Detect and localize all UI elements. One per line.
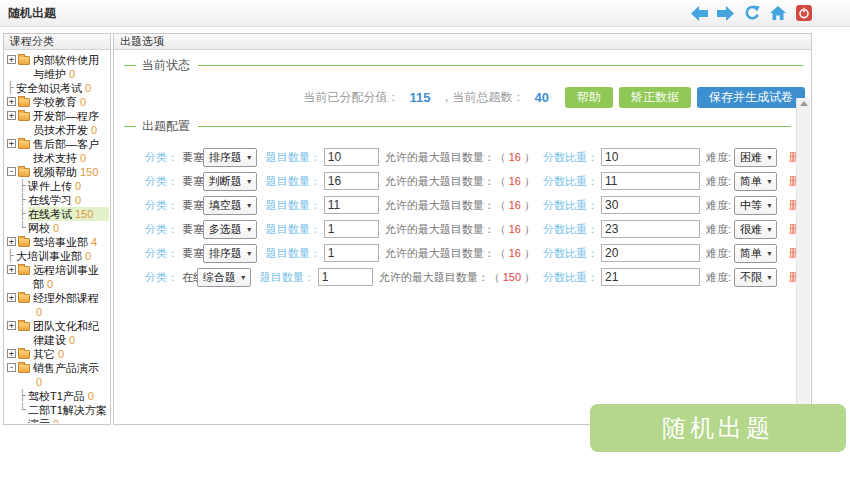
difficulty-label: 难度: xyxy=(706,222,731,237)
expand-icon[interactable]: + xyxy=(7,97,16,106)
expand-icon[interactable]: + xyxy=(7,321,16,330)
difficulty-select[interactable]: 简单▼ xyxy=(734,244,777,263)
save-generate-button[interactable]: 保存并生成试卷 xyxy=(697,87,805,108)
assigned-score-label: 当前已分配分值： xyxy=(304,89,400,106)
legend-dash xyxy=(124,126,136,127)
course-tree: +内部软件使用与维护0├安全知识考试0+学校教育0+开发部—程序员技术开发0+售… xyxy=(4,50,110,423)
home-icon[interactable] xyxy=(769,5,786,21)
question-count-input[interactable] xyxy=(318,268,373,286)
max-count-value: 16 xyxy=(506,223,524,235)
question-type-select[interactable]: 排序题▼ xyxy=(203,244,257,263)
question-type-select[interactable]: 排序题▼ xyxy=(203,148,257,167)
question-type-select[interactable]: 判断题▼ xyxy=(203,172,257,191)
score-ratio-input[interactable] xyxy=(601,244,700,262)
config-rows: 分类：要塞TKS排序题▼题目数量：允许的最大题目数量：（16）分数比重：难度:困… xyxy=(114,145,811,289)
scroll-up-icon[interactable] xyxy=(800,101,808,106)
tree-item[interactable]: +团队文化和纪律建设0 xyxy=(5,319,109,347)
folder-icon xyxy=(18,168,30,177)
chevron-down-icon: ▼ xyxy=(240,274,247,281)
tree-item-label: 驾校T1产品0 xyxy=(28,389,109,403)
difficulty-select[interactable]: 很难▼ xyxy=(734,220,777,239)
max-count-text: 允许的最大题目数量：（16） xyxy=(385,246,535,261)
tree-item-count: 150 xyxy=(80,166,98,178)
expand-icon[interactable]: + xyxy=(7,55,16,64)
tree-item-label: 其它0 xyxy=(33,347,109,361)
tree-item-label: 安全知识考试0 xyxy=(16,81,109,95)
vertical-scrollbar[interactable] xyxy=(796,98,810,423)
question-options-panel: 出题选项 当前状态 当前已分配分值： 115 ，当前总题数： 40 帮助矫正数据… xyxy=(113,33,812,425)
folder-icon xyxy=(18,294,30,303)
back-icon[interactable] xyxy=(691,5,708,21)
folder-icon xyxy=(18,112,30,121)
collapse-icon[interactable]: - xyxy=(7,167,16,176)
expand-icon[interactable]: + xyxy=(7,237,16,246)
folder-icon xyxy=(18,98,30,107)
config-row: 分类：在线考试综合题▼题目数量：允许的最大题目数量：（150）分数比重：难度:不… xyxy=(114,265,811,289)
assigned-score-value: 115 xyxy=(406,90,435,105)
fix-data-button[interactable]: 矫正数据 xyxy=(619,87,691,108)
question-type-select[interactable]: 综合题▼ xyxy=(197,268,251,287)
tree-item-label: 在线考试150 xyxy=(28,207,109,221)
expand-icon[interactable]: + xyxy=(7,265,16,274)
expand-icon[interactable]: + xyxy=(7,111,16,120)
expand-icon[interactable]: + xyxy=(7,139,16,148)
tree-item-count: 0 xyxy=(75,194,81,206)
chevron-down-icon: ▼ xyxy=(766,274,773,281)
forward-icon[interactable] xyxy=(717,5,734,21)
question-count-input[interactable] xyxy=(324,172,379,190)
max-count-text: 允许的最大题目数量：（16） xyxy=(385,198,535,213)
power-icon[interactable] xyxy=(795,5,812,21)
tree-item[interactable]: -销售产品演示0 xyxy=(5,361,109,389)
tree-item[interactable]: └网校0 xyxy=(5,221,109,235)
question-count-input[interactable] xyxy=(324,148,379,166)
question-type-select[interactable]: 填空题▼ xyxy=(203,196,257,215)
tree-item[interactable]: ├驾校T1产品0 xyxy=(5,389,109,403)
tree-item-label: 学校教育0 xyxy=(33,95,109,109)
tree-item[interactable]: +经理外部课程0 xyxy=(5,291,109,319)
difficulty-select[interactable]: 中等▼ xyxy=(734,196,777,215)
tree-item[interactable]: +其它0 xyxy=(5,347,109,361)
help-button[interactable]: 帮助 xyxy=(565,87,613,108)
difficulty-select[interactable]: 简单▼ xyxy=(734,172,777,191)
tree-item[interactable]: └二部T1解决方案演示0 xyxy=(5,403,109,423)
tree-item[interactable]: ├大培训事业部0 xyxy=(5,249,109,263)
tree-item-count: 0 xyxy=(85,82,91,94)
score-ratio-input[interactable] xyxy=(601,172,700,190)
category-label: 分类： xyxy=(145,150,178,165)
score-ratio-input[interactable] xyxy=(601,196,700,214)
refresh-icon[interactable] xyxy=(743,5,760,21)
score-ratio-input[interactable] xyxy=(601,220,700,238)
expand-icon[interactable]: + xyxy=(7,349,16,358)
question-count-input[interactable] xyxy=(324,196,379,214)
toast-label: 随机出题 xyxy=(662,412,774,444)
tree-item[interactable]: +售后部—客户技术支持0 xyxy=(5,137,109,165)
tree-item[interactable]: +学校教育0 xyxy=(5,95,109,109)
tree-item[interactable]: +驾培事业部4 xyxy=(5,235,109,249)
question-count-label: 题目数量： xyxy=(260,270,315,285)
legend-line xyxy=(198,126,791,127)
folder-icon xyxy=(18,322,30,331)
tree-item-count: 150 xyxy=(75,208,93,220)
tree-item[interactable]: ├在线考试150 xyxy=(5,207,109,221)
tree-item[interactable]: ├课件上传0 xyxy=(5,179,109,193)
collapse-icon[interactable]: - xyxy=(7,363,16,372)
tree-item[interactable]: +开发部—程序员技术开发0 xyxy=(5,109,109,137)
chevron-down-icon: ▼ xyxy=(766,154,773,161)
score-ratio-input[interactable] xyxy=(601,148,700,166)
tree-item[interactable]: ├安全知识考试0 xyxy=(5,81,109,95)
tree-connector-icon: └ xyxy=(19,221,28,235)
tree-item[interactable]: -视频帮助150 xyxy=(5,165,109,179)
max-count-value: 16 xyxy=(506,175,524,187)
score-ratio-input[interactable] xyxy=(601,268,700,286)
tree-item[interactable]: ├在线学习0 xyxy=(5,193,109,207)
question-count-input[interactable] xyxy=(324,220,379,238)
difficulty-select[interactable]: 困难▼ xyxy=(734,148,777,167)
difficulty-select[interactable]: 不限▼ xyxy=(734,268,777,287)
question-count-input[interactable] xyxy=(324,244,379,262)
folder-icon xyxy=(18,56,30,65)
tree-item-count: 0 xyxy=(85,250,91,262)
tree-item[interactable]: +内部软件使用与维护0 xyxy=(5,53,109,81)
question-type-select[interactable]: 多选题▼ xyxy=(203,220,257,239)
tree-item[interactable]: +远程培训事业部0 xyxy=(5,263,109,291)
expand-icon[interactable]: + xyxy=(7,293,16,302)
